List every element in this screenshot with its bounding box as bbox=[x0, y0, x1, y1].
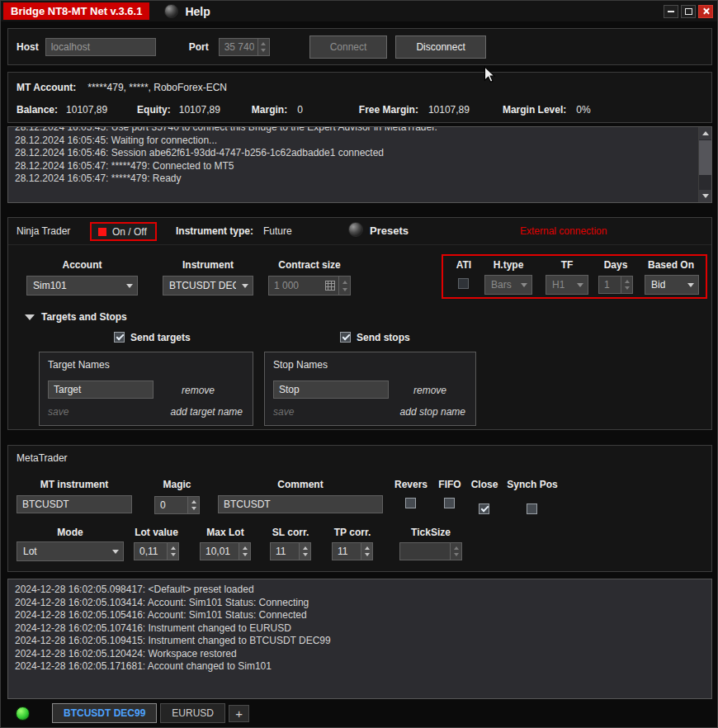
presets-button[interactable]: Presets bbox=[370, 225, 409, 237]
chevron-down-icon bbox=[687, 283, 694, 291]
htype-value: Bars bbox=[491, 279, 512, 291]
connection-panel: Host Port Connect Disconnect bbox=[7, 28, 712, 65]
target-save-link[interactable]: save bbox=[48, 406, 68, 418]
help-menu[interactable]: Help bbox=[185, 5, 210, 18]
window-controls bbox=[664, 5, 717, 18]
equity-value: 10107,89 bbox=[179, 104, 220, 116]
sl-corr-spinner[interactable] bbox=[299, 543, 310, 560]
up-arrow-icon bbox=[168, 543, 178, 551]
magic-spinner[interactable] bbox=[187, 497, 199, 513]
tf-select[interactable]: H1 bbox=[546, 275, 588, 295]
targets-stops-header[interactable]: Targets and Stops bbox=[41, 311, 127, 323]
maximize-button[interactable] bbox=[681, 5, 696, 18]
based-on-label: Based On bbox=[641, 259, 701, 271]
stop-names-title: Stop Names bbox=[273, 359, 328, 371]
tab-eurusd[interactable]: EURUSD bbox=[160, 703, 225, 723]
presets-icon bbox=[348, 222, 363, 237]
stop-add-link[interactable]: add stop name bbox=[400, 406, 465, 418]
host-input[interactable] bbox=[45, 38, 156, 56]
up-arrow-icon bbox=[339, 277, 350, 286]
comment-input[interactable] bbox=[218, 495, 383, 513]
contract-size-spinner[interactable] bbox=[338, 277, 350, 295]
stop-save-link[interactable]: save bbox=[273, 406, 294, 418]
days-spinner[interactable] bbox=[621, 277, 632, 293]
based-on-select[interactable]: Bid bbox=[645, 275, 699, 295]
max-lot-spinner[interactable] bbox=[239, 543, 250, 560]
app-icon bbox=[164, 4, 178, 18]
close-button[interactable] bbox=[698, 5, 713, 18]
onoff-label: On / Off bbox=[112, 226, 147, 238]
scrollbar-thumb[interactable] bbox=[699, 140, 711, 175]
magic-label: Magic bbox=[154, 479, 200, 490]
max-lot-label: Max Lot bbox=[200, 527, 251, 538]
target-remove-link[interactable]: remove bbox=[182, 385, 215, 396]
down-arrow-icon bbox=[300, 551, 310, 560]
scroll-up-button[interactable] bbox=[699, 127, 711, 139]
send-targets-checkbox[interactable] bbox=[114, 332, 125, 343]
tick-size-field bbox=[399, 542, 462, 560]
tab-btcusdt-dec99[interactable]: BTCUSDT DEC99 bbox=[52, 703, 157, 723]
chevron-down-icon bbox=[242, 284, 248, 291]
lot-value-field bbox=[134, 542, 179, 560]
account-value: Sim101 bbox=[33, 280, 67, 291]
target-name-input[interactable] bbox=[48, 381, 154, 399]
account-select[interactable]: Sim101 bbox=[26, 276, 138, 295]
down-arrow-icon bbox=[188, 505, 199, 513]
instrument-select[interactable]: BTCUSDT DEC99 bbox=[163, 276, 253, 295]
instrument-type-label: Instrument type: bbox=[176, 225, 253, 237]
ninja-onoff-button[interactable]: On / Off bbox=[90, 222, 157, 241]
tf-value: H1 bbox=[552, 279, 564, 291]
revers-checkbox[interactable] bbox=[405, 498, 416, 508]
up-arrow-icon bbox=[239, 543, 250, 551]
mode-select[interactable]: Lot bbox=[17, 541, 124, 561]
close-checkbox[interactable] bbox=[479, 503, 489, 514]
collapse-triangle-icon[interactable] bbox=[25, 314, 35, 320]
tick-size-label: TickSize bbox=[399, 527, 462, 538]
add-tab-button[interactable]: + bbox=[229, 705, 249, 722]
up-arrow-icon bbox=[188, 497, 199, 505]
htype-select[interactable]: Bars bbox=[484, 275, 532, 295]
ninja-title: Ninja Trader bbox=[17, 225, 70, 237]
log-line: 28.12.2024 16:05:45: Use port 35740 to c… bbox=[15, 126, 693, 135]
disconnect-button[interactable]: Disconnect bbox=[395, 35, 485, 59]
log-line: 2024-12-28 16:02:05.103414: Account: Sim… bbox=[15, 597, 705, 610]
scrollbar[interactable] bbox=[698, 127, 711, 202]
log-line: 2024-12-28 16:02:05.107416: Instrument c… bbox=[15, 622, 705, 636]
tp-corr-spinner[interactable] bbox=[361, 543, 372, 560]
connect-button[interactable]: Connect bbox=[309, 35, 388, 59]
metatrader-title: MetaTrader bbox=[17, 452, 68, 464]
synch-pos-checkbox[interactable] bbox=[527, 503, 537, 514]
port-label: Port bbox=[189, 41, 209, 53]
port-spinner[interactable] bbox=[257, 39, 269, 55]
balance-row: Balance: 10107,89 Equity: 10107,89 Margi… bbox=[17, 104, 703, 116]
fifo-label: FIFO bbox=[435, 479, 465, 490]
mt-account-label: MT Account: bbox=[17, 82, 76, 93]
log-line: 2024-12-28 16:02:05.105416: Account: Sim… bbox=[15, 609, 705, 622]
stop-remove-link[interactable]: remove bbox=[413, 385, 446, 396]
margin-value: 0 bbox=[297, 104, 303, 116]
fifo-checkbox[interactable] bbox=[444, 498, 455, 508]
stop-names-group: Stop Names remove save add stop name bbox=[264, 352, 476, 426]
log-line: 28.12.2024 16:05:47: *****479: Ready bbox=[15, 173, 693, 186]
target-add-link[interactable]: add target name bbox=[171, 406, 243, 418]
metatrader-log[interactable]: 2024-12-28 16:02:05.098417: <Default> pr… bbox=[7, 579, 712, 699]
header-divider bbox=[8, 244, 711, 245]
target-names-title: Target Names bbox=[48, 359, 110, 371]
ati-checkbox[interactable] bbox=[458, 278, 469, 289]
scroll-down-button[interactable] bbox=[699, 190, 711, 202]
send-stops-label: Send stops bbox=[357, 332, 410, 343]
minimize-button[interactable] bbox=[664, 5, 678, 18]
log-line: 2024-12-28 16:02:05.171681: Account chan… bbox=[15, 660, 705, 674]
send-stops-checkbox[interactable] bbox=[340, 332, 351, 343]
up-arrow-icon bbox=[361, 543, 372, 551]
bridge-log[interactable]: 28.12.2024 16:05:45: Use port 35740 to c… bbox=[7, 126, 712, 203]
tick-size-spinner[interactable] bbox=[450, 543, 461, 560]
metatrader-panel: MetaTrader MT instrument Magic Comment R… bbox=[7, 445, 712, 572]
instrument-type-value: Future bbox=[263, 225, 292, 237]
stop-name-input[interactable] bbox=[273, 381, 389, 399]
onoff-indicator-icon bbox=[98, 228, 106, 236]
lot-value-spinner[interactable] bbox=[167, 543, 178, 560]
mt-instrument-input[interactable] bbox=[17, 495, 132, 513]
instrument-label: Instrument bbox=[163, 259, 253, 271]
magic-field bbox=[154, 496, 200, 514]
